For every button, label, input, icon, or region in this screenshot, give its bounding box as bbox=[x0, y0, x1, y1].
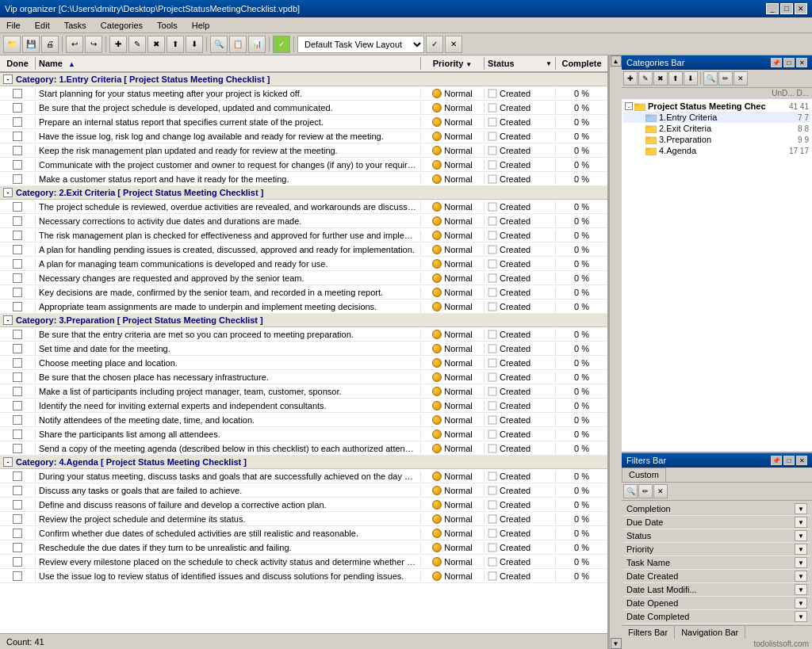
task-scroll[interactable]: - Category: 1.Entry Criteria [ Project S… bbox=[0, 73, 607, 633]
cat-restore-button[interactable]: □ bbox=[783, 58, 795, 67]
task-checkbox[interactable] bbox=[13, 245, 22, 254]
cat-tree-prep[interactable]: 3.Preparation 9 9 bbox=[623, 134, 810, 145]
task-row[interactable]: Make a list of participants including pr… bbox=[0, 384, 607, 399]
cat-tree-exit[interactable]: 2.Exit Criteria 8 8 bbox=[623, 123, 810, 134]
category-expand[interactable]: - bbox=[3, 74, 13, 84]
task-checkbox[interactable] bbox=[13, 500, 22, 510]
task-row[interactable]: Review every milestone placed on the sch… bbox=[0, 555, 607, 569]
task-row[interactable]: Reschedule the due dates if they turn to… bbox=[0, 540, 607, 555]
task-checkbox[interactable] bbox=[13, 146, 22, 155]
filter-tab-custom[interactable]: Custom bbox=[622, 468, 666, 482]
tab-navigation-bar[interactable]: Navigation Bar bbox=[675, 626, 745, 639]
task-row[interactable]: Prepare an internal status report that s… bbox=[0, 115, 607, 129]
category-expand[interactable]: - bbox=[3, 315, 13, 325]
filter-dropdown-btn[interactable]: ▼ bbox=[795, 557, 807, 568]
task-row[interactable]: Notify attendees of the meeting date, ti… bbox=[0, 413, 607, 427]
cat-pin-button[interactable]: 📌 bbox=[771, 58, 782, 67]
task-checkbox[interactable] bbox=[13, 273, 22, 283]
close-button[interactable]: ✕ bbox=[795, 3, 807, 14]
cat-tree-root[interactable]: - Project Status Meeting Chec 41 41 bbox=[623, 101, 810, 112]
task-row[interactable]: Set time and date for the meeting. Norma… bbox=[0, 342, 607, 356]
task-checkbox[interactable] bbox=[13, 514, 22, 524]
toolbar-btn-11[interactable]: 🔍 bbox=[210, 36, 228, 53]
task-checkbox[interactable] bbox=[13, 429, 22, 439]
toolbar-btn-x[interactable]: ✕ bbox=[445, 36, 462, 53]
filter-x-button[interactable]: ✕ bbox=[653, 484, 668, 498]
toolbar-btn-3[interactable]: 🖨 bbox=[41, 36, 59, 53]
filter-dropdown-btn[interactable]: ▼ bbox=[795, 584, 807, 595]
cat-pencil-button[interactable]: ✏ bbox=[718, 71, 733, 86]
task-checkbox[interactable] bbox=[13, 231, 22, 240]
task-row[interactable]: Start planning for your status meeting a… bbox=[0, 86, 607, 101]
filter-dropdown-btn[interactable]: ▼ bbox=[795, 571, 807, 582]
task-row[interactable]: A plan for managing team communications … bbox=[0, 257, 607, 271]
task-row[interactable]: Key decisions are made, confirmed by the… bbox=[0, 285, 607, 300]
toolbar-btn-8[interactable]: ✖ bbox=[147, 36, 165, 53]
menu-item-tasks[interactable]: Tasks bbox=[61, 20, 90, 31]
task-checkbox[interactable] bbox=[13, 259, 22, 269]
task-checkbox[interactable] bbox=[13, 387, 22, 396]
category-row[interactable]: - Category: 3.Preparation [ Project Stat… bbox=[0, 314, 607, 327]
toolbar-btn-ok[interactable]: ✓ bbox=[426, 36, 443, 53]
task-row[interactable]: Use the issue log to review status of id… bbox=[0, 569, 607, 583]
task-checkbox[interactable] bbox=[13, 302, 22, 311]
menu-item-help[interactable]: Help bbox=[189, 20, 213, 31]
task-checkbox[interactable] bbox=[13, 202, 22, 212]
task-row[interactable]: Choose meeting place and location. Norma… bbox=[0, 356, 607, 370]
filter-pencil-button[interactable]: ✏ bbox=[638, 484, 653, 498]
task-checkbox[interactable] bbox=[13, 543, 22, 552]
task-checkbox[interactable] bbox=[13, 401, 22, 410]
task-row[interactable]: Necessary corrections to activity due da… bbox=[0, 214, 607, 228]
toolbar-btn-green[interactable]: ✓ bbox=[273, 36, 290, 53]
task-checkbox[interactable] bbox=[13, 216, 22, 226]
task-checkbox[interactable] bbox=[13, 132, 22, 141]
cat-down-button[interactable]: ⬇ bbox=[684, 71, 698, 86]
tab-filters-bar[interactable]: Filters Bar bbox=[622, 626, 675, 639]
name-sort-icon[interactable]: ▲ bbox=[68, 60, 75, 68]
toolbar-btn-12[interactable]: 📋 bbox=[229, 36, 247, 53]
task-checkbox[interactable] bbox=[13, 557, 22, 567]
task-checkbox[interactable] bbox=[13, 372, 22, 382]
cat-filter-button[interactable]: 🔍 bbox=[703, 71, 718, 86]
filter-dropdown-btn[interactable]: ▼ bbox=[795, 503, 807, 514]
toolbar-btn-1[interactable]: 📁 bbox=[3, 36, 21, 53]
cat-tree-agenda[interactable]: 4.Agenda 17 17 bbox=[623, 145, 810, 156]
category-row[interactable]: - Category: 1.Entry Criteria [ Project S… bbox=[0, 73, 607, 86]
task-row[interactable]: Have the issue log, risk log and change … bbox=[0, 129, 607, 143]
task-row[interactable]: Necessary changes are requested and appr… bbox=[0, 271, 607, 285]
filter-pin-button[interactable]: 📌 bbox=[771, 456, 782, 465]
task-checkbox[interactable] bbox=[13, 89, 22, 98]
main-scrollbar[interactable]: ▲ ▼ bbox=[609, 55, 622, 649]
task-row[interactable]: Review the project schedule and determin… bbox=[0, 512, 607, 526]
view-layout-dropdown[interactable]: Default Task View Layout bbox=[297, 36, 424, 53]
task-row[interactable]: Be sure that the chosen place has necess… bbox=[0, 370, 607, 384]
toolbar-btn-4[interactable]: ↩ bbox=[66, 36, 83, 53]
task-checkbox[interactable] bbox=[13, 160, 22, 170]
task-checkbox[interactable] bbox=[13, 117, 22, 127]
category-row[interactable]: - Category: 2.Exit Criteria [ Project St… bbox=[0, 186, 607, 200]
cat-tree-entry[interactable]: 1.Entry Criteria 7 7 bbox=[623, 112, 810, 123]
task-checkbox[interactable] bbox=[13, 344, 22, 353]
menu-item-edit[interactable]: Edit bbox=[32, 20, 53, 31]
task-row[interactable]: Identify the need for inviting external … bbox=[0, 399, 607, 413]
priority-filter-icon[interactable]: ▼ bbox=[465, 61, 472, 68]
task-checkbox[interactable] bbox=[13, 358, 22, 368]
task-checkbox[interactable] bbox=[13, 415, 22, 425]
task-row[interactable]: A plan for handling pending issues is cr… bbox=[0, 242, 607, 257]
toolbar-btn-6[interactable]: ✚ bbox=[109, 36, 127, 53]
task-checkbox[interactable] bbox=[13, 288, 22, 297]
cat-x-button[interactable]: ✕ bbox=[733, 71, 748, 86]
category-row[interactable]: - Category: 4.Agenda [ Project Status Me… bbox=[0, 456, 607, 469]
cat-delete-button[interactable]: ✖ bbox=[653, 71, 668, 86]
task-checkbox[interactable] bbox=[13, 486, 22, 495]
task-checkbox[interactable] bbox=[13, 471, 22, 481]
task-row[interactable]: Communicate with the project customer an… bbox=[0, 158, 607, 172]
filter-dropdown-btn[interactable]: ▼ bbox=[795, 597, 807, 609]
task-checkbox[interactable] bbox=[13, 330, 22, 339]
menu-item-file[interactable]: File bbox=[3, 20, 24, 31]
task-row[interactable]: The project schedule is reviewed, overdu… bbox=[0, 200, 607, 214]
cat-up-button[interactable]: ⬆ bbox=[668, 71, 683, 86]
task-row[interactable]: Confirm whether due dates of scheduled a… bbox=[0, 526, 607, 540]
task-row[interactable]: Be sure that the entry criteria are met … bbox=[0, 327, 607, 342]
filter-dropdown-btn[interactable]: ▼ bbox=[795, 517, 807, 528]
